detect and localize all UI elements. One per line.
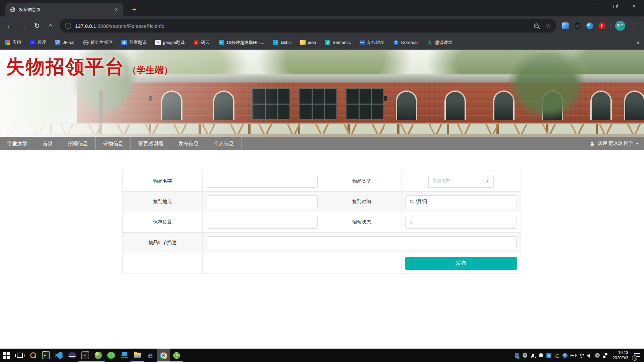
bookmark-jfinal[interactable]: JFJFinal bbox=[55, 40, 74, 45]
bookmark-gitee[interactable]: G码云 bbox=[194, 40, 210, 46]
bookmark-grad-mgmt[interactable]: 研究生管理 bbox=[83, 40, 113, 46]
notification-center-button[interactable]: 3 bbox=[633, 351, 641, 360]
chrome-app-button[interactable] bbox=[157, 349, 170, 362]
bookmark-baidu-translate[interactable]: 译百度翻译 bbox=[121, 40, 147, 46]
folder-icon bbox=[134, 353, 141, 358]
sunflower-icon bbox=[173, 352, 180, 359]
storage-location-input[interactable] bbox=[207, 216, 318, 229]
wechat-app-button[interactable] bbox=[105, 349, 118, 362]
bilibili-tv-icon: tv bbox=[273, 40, 278, 45]
back-icon[interactable]: ← bbox=[3, 19, 17, 33]
item-name-input[interactable] bbox=[207, 175, 318, 188]
forward-icon[interactable]: → bbox=[17, 19, 30, 33]
user-icon bbox=[590, 141, 595, 146]
windows-logo-icon bbox=[3, 352, 10, 359]
defender-flag-icon[interactable] bbox=[602, 353, 608, 358]
lenovo-cloud-icon[interactable] bbox=[562, 353, 568, 358]
item-detail-input[interactable] bbox=[207, 236, 517, 249]
task-view-button[interactable] bbox=[13, 349, 26, 362]
window-close-button[interactable]: × bbox=[625, 0, 644, 13]
browser-toolbar: ← → ↻ ⌂ i 127.0.0.1:8080/student/Release… bbox=[0, 16, 644, 35]
publish-button[interactable]: 发布 bbox=[405, 257, 517, 270]
sunflower-app-button[interactable] bbox=[170, 349, 183, 362]
reload-icon[interactable]: ↻ bbox=[30, 19, 44, 33]
found-time-date-input[interactable] bbox=[405, 195, 517, 208]
claim-status-input[interactable] bbox=[405, 216, 517, 229]
microphone-icon[interactable] bbox=[530, 353, 536, 358]
flash-extension-icon[interactable] bbox=[598, 22, 605, 29]
url-path: :8080/student/ReleasePickInfo bbox=[96, 23, 164, 29]
offline-x-icon[interactable]: × bbox=[594, 353, 600, 358]
bookmark-google-translate[interactable]: G文google翻译 bbox=[155, 40, 185, 46]
bookmark-bilibili[interactable]: tvbilibili bbox=[273, 40, 291, 45]
photo-extension-icon[interactable] bbox=[562, 22, 569, 29]
zoom-out-icon[interactable] bbox=[534, 23, 539, 28]
nav-item-claim-info[interactable]: 招领信息 bbox=[60, 137, 96, 150]
bookmark-siyuan[interactable]: 人思源课堂 bbox=[427, 40, 452, 46]
home-icon[interactable]: ⌂ bbox=[44, 19, 57, 33]
eclipse-icon bbox=[68, 352, 76, 359]
user-menu[interactable]: 欢迎 范冰冰 同学 ▾ bbox=[584, 137, 644, 150]
pycharm-app-button[interactable]: PC bbox=[39, 349, 52, 362]
blue-fish-extension-icon[interactable] bbox=[586, 22, 593, 29]
edge-app-button[interactable]: e bbox=[144, 349, 157, 362]
battery-icon[interactable] bbox=[570, 353, 576, 358]
bookmark-coremail[interactable]: CCoremail bbox=[393, 40, 419, 45]
menu-kebab-icon[interactable]: ⋮ bbox=[630, 22, 638, 29]
vscode-app-button[interactable] bbox=[52, 349, 65, 362]
nav-item-message-wall[interactable]: 留言感谢墙 bbox=[131, 137, 171, 150]
url-text[interactable]: 127.0.0.1:8080/student/ReleasePickInfo bbox=[75, 23, 534, 29]
window-controls: — × bbox=[586, 0, 644, 13]
bookmark-idea[interactable]: idea bbox=[300, 40, 316, 45]
browser-tab[interactable]: 发布信息页 × bbox=[5, 3, 123, 16]
bookmark-apps[interactable]: 应用 bbox=[5, 40, 21, 46]
wifi-icon[interactable] bbox=[578, 353, 584, 358]
eclipse-app-button[interactable] bbox=[65, 349, 78, 362]
bookmark-star-icon[interactable]: ☆ bbox=[545, 22, 551, 30]
found-place-input[interactable] bbox=[207, 195, 318, 208]
task-view-icon bbox=[17, 353, 23, 358]
wechat-tray-icon[interactable] bbox=[538, 353, 544, 358]
file-explorer-button[interactable] bbox=[131, 349, 144, 362]
profile-avatar[interactable]: 不二 bbox=[615, 21, 625, 31]
nvidia-icon[interactable] bbox=[554, 353, 560, 358]
fish-icon bbox=[586, 22, 593, 29]
settings-flower-icon[interactable] bbox=[522, 353, 528, 358]
found-place-label: 捡到地点 bbox=[153, 199, 172, 205]
start-button[interactable] bbox=[0, 349, 13, 362]
nav-item-home[interactable]: 首页 bbox=[35, 137, 60, 150]
power-extension-icon[interactable] bbox=[574, 22, 581, 29]
phone-link-icon[interactable] bbox=[514, 353, 520, 358]
taskbar-clock[interactable]: 19:13 2020/3/3 bbox=[610, 350, 630, 361]
bookmarks-overflow-icon[interactable]: » bbox=[636, 40, 639, 46]
form-row-2: 捡到地点 捡到时间 bbox=[123, 191, 521, 212]
tab-close-icon[interactable]: × bbox=[113, 6, 120, 13]
site-info-icon[interactable]: i bbox=[65, 23, 71, 29]
nav-item-lost-info[interactable]: 寻物信息 bbox=[96, 137, 131, 150]
pc-manager-app-button[interactable] bbox=[118, 349, 131, 362]
nav-brand[interactable]: 宁夏大学 bbox=[0, 137, 35, 150]
item-type-select[interactable]: 选择类型 ▼ bbox=[428, 175, 494, 188]
main-navbar: 宁夏大学 首页 招领信息 寻物信息 留言感谢墙 发布信息 个人信息 欢迎 范冰冰… bbox=[0, 137, 644, 150]
page-content: 物品名字 物品类型 选择类型 ▼ 捡到地点 捡到时间 保存位置 bbox=[0, 150, 644, 349]
bookmark-maven[interactable]: MVN架包地址 bbox=[360, 40, 385, 46]
nav-item-publish-info[interactable]: 发布信息 bbox=[171, 137, 206, 150]
edge-icon: e bbox=[148, 351, 153, 360]
thunder-star-icon[interactable]: ★ bbox=[546, 353, 552, 358]
user-caret-icon: ▾ bbox=[636, 142, 638, 145]
search-app-button[interactable] bbox=[26, 349, 39, 362]
bookmark-baidu[interactable]: du百度 bbox=[30, 40, 46, 46]
nav-item-personal-info[interactable]: 个人信息 bbox=[206, 137, 241, 150]
clock-time: 19:13 bbox=[612, 350, 628, 355]
new-tab-button[interactable]: + bbox=[129, 4, 140, 15]
window-restore-button[interactable] bbox=[605, 0, 625, 13]
site-subtitle-text: （学生端） bbox=[127, 64, 173, 76]
bookmark-hiit-video[interactable]: tv10分钟超燃脂HIIT... bbox=[219, 40, 264, 46]
volume-icon[interactable] bbox=[586, 353, 592, 358]
navicat-app-button[interactable] bbox=[92, 349, 105, 362]
window-minimize-button[interactable]: — bbox=[586, 0, 605, 13]
bookmark-semantic[interactable]: SSemantic bbox=[325, 40, 351, 45]
intellij-app-button[interactable]: IJ bbox=[78, 349, 92, 362]
welcome-text: 欢迎 范冰冰 同学 bbox=[598, 140, 633, 146]
address-bar[interactable]: i 127.0.0.1:8080/student/ReleasePickInfo… bbox=[60, 19, 556, 33]
